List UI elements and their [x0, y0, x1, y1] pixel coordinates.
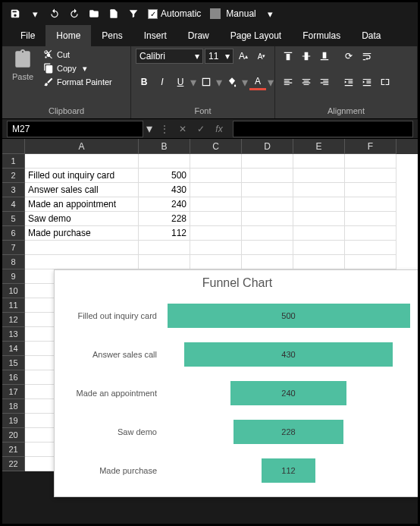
cell[interactable] — [25, 154, 139, 169]
redo-icon[interactable] — [66, 5, 83, 22]
cell[interactable] — [345, 197, 396, 212]
tab-insert[interactable]: Insert — [133, 25, 177, 46]
cell[interactable] — [190, 241, 242, 255]
cell[interactable] — [139, 154, 190, 169]
cell[interactable] — [242, 197, 293, 212]
paste-button[interactable]: Paste — [7, 48, 39, 81]
row-head[interactable]: 5 — [2, 212, 25, 226]
row-head[interactable]: 21 — [2, 443, 25, 457]
tab-page-layout[interactable]: Page Layout — [220, 25, 292, 46]
col-head-a[interactable]: A — [25, 139, 139, 154]
copy-button[interactable]: Copy▾ — [43, 61, 112, 75]
cell[interactable]: 430 — [139, 183, 190, 197]
align-bottom-button[interactable] — [316, 48, 333, 65]
cell[interactable] — [293, 241, 345, 255]
cell[interactable] — [242, 154, 293, 169]
row-head[interactable]: 13 — [2, 327, 25, 342]
cell[interactable] — [293, 212, 345, 226]
new-icon[interactable] — [105, 5, 122, 22]
tab-draw[interactable]: Draw — [177, 25, 220, 46]
cell[interactable] — [293, 197, 345, 212]
format-painter-button[interactable]: Format Painter — [43, 75, 112, 89]
cell[interactable] — [242, 183, 293, 197]
cell[interactable] — [25, 241, 139, 255]
row-head[interactable]: 11 — [2, 298, 25, 313]
funnel-chart[interactable]: Funnel Chart Filled out inquiry card500A… — [54, 269, 420, 497]
col-head-b[interactable]: B — [139, 139, 190, 154]
fill-color-button[interactable] — [224, 74, 240, 90]
enter-formula-button[interactable]: ✓ — [192, 124, 210, 134]
cell[interactable]: Made an appointment — [25, 197, 139, 212]
align-right-button[interactable] — [316, 74, 333, 90]
row-head[interactable]: 22 — [2, 457, 25, 471]
row-head[interactable]: 7 — [2, 241, 25, 255]
tab-pens[interactable]: Pens — [91, 25, 133, 46]
font-color-button[interactable]: A — [249, 74, 266, 90]
cell[interactable] — [293, 183, 345, 197]
formula-input[interactable] — [233, 121, 413, 137]
cell[interactable] — [293, 169, 345, 183]
decrease-font-button[interactable]: A▾ — [253, 48, 270, 65]
row-head[interactable]: 20 — [2, 428, 25, 443]
cell[interactable] — [345, 241, 396, 255]
select-all-corner[interactable] — [2, 139, 25, 154]
row-head[interactable]: 16 — [2, 370, 25, 385]
tab-formulas[interactable]: Formulas — [292, 25, 351, 46]
cell[interactable] — [293, 226, 345, 241]
border-button[interactable] — [198, 74, 215, 90]
increase-indent-button[interactable] — [359, 74, 375, 90]
cell[interactable]: 112 — [139, 226, 190, 241]
cell[interactable] — [345, 255, 396, 269]
row-head[interactable]: 3 — [2, 183, 25, 197]
cell[interactable] — [139, 255, 190, 269]
cell[interactable] — [242, 226, 293, 241]
row-head[interactable]: 10 — [2, 284, 25, 298]
name-box-dropdown[interactable]: ▾ — [143, 121, 155, 136]
merge-button[interactable] — [377, 74, 393, 90]
decrease-indent-button[interactable] — [340, 74, 357, 90]
cell[interactable] — [345, 169, 396, 183]
row-head[interactable]: 17 — [2, 385, 25, 399]
row-head[interactable]: 6 — [2, 226, 25, 241]
wrap-text-button[interactable] — [359, 48, 375, 65]
cell[interactable]: 240 — [139, 197, 190, 212]
save-icon[interactable] — [7, 5, 24, 22]
row-head[interactable]: 15 — [2, 356, 25, 370]
font-size-select[interactable]: 11▾ — [205, 49, 234, 64]
cell[interactable] — [190, 183, 242, 197]
chevron-down-icon[interactable]: ▾ — [27, 5, 43, 22]
col-head-d[interactable]: D — [242, 139, 293, 154]
row-head[interactable]: 1 — [2, 154, 25, 169]
orientation-button[interactable]: ⟳ — [340, 48, 357, 65]
tab-home[interactable]: Home — [45, 25, 91, 46]
cancel-formula-button[interactable]: ✕ — [174, 124, 192, 134]
row-head[interactable]: 14 — [2, 342, 25, 356]
open-icon[interactable] — [86, 5, 102, 22]
align-center-button[interactable] — [298, 74, 315, 90]
row-head[interactable]: 2 — [2, 169, 25, 183]
row-head[interactable]: 19 — [2, 414, 25, 428]
cell[interactable] — [345, 154, 396, 169]
tab-file[interactable]: File — [10, 25, 45, 46]
cell[interactable] — [345, 183, 396, 197]
undo-icon[interactable] — [46, 5, 63, 22]
cell[interactable]: Saw demo — [25, 212, 139, 226]
automatic-checkbox[interactable]: ✓Automatic — [148, 8, 201, 19]
align-left-button[interactable] — [280, 74, 296, 90]
cell[interactable]: 500 — [139, 169, 190, 183]
cell[interactable]: Answer sales call — [25, 183, 139, 197]
cell[interactable]: Made purchase — [25, 226, 139, 241]
font-name-select[interactable]: Calibri▾ — [136, 49, 203, 64]
cell[interactable] — [190, 212, 242, 226]
cell[interactable] — [190, 197, 242, 212]
cell[interactable] — [139, 241, 190, 255]
col-head-f[interactable]: F — [345, 139, 396, 154]
fx-button[interactable]: fx — [210, 124, 228, 134]
cell[interactable] — [242, 212, 293, 226]
cell[interactable]: Filled out inquiry card — [25, 169, 139, 183]
cell[interactable] — [345, 226, 396, 241]
manual-checkbox[interactable]: Manual — [210, 8, 255, 19]
underline-button[interactable]: U — [172, 74, 189, 90]
cell[interactable] — [190, 226, 242, 241]
cell[interactable] — [190, 169, 242, 183]
